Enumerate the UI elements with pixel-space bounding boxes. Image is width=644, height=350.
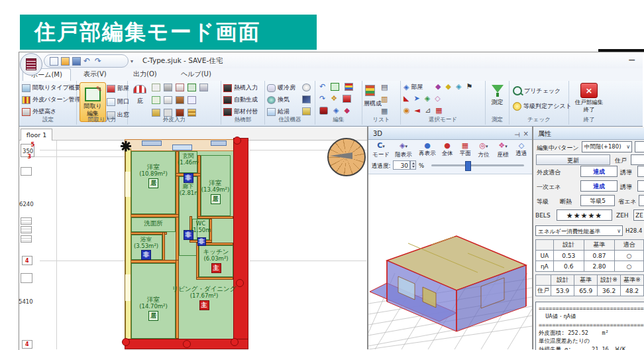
margin-box-red4b[interactable]: 4 bbox=[22, 340, 32, 349]
select-mode-icon-5[interactable]: ◣ bbox=[403, 95, 409, 103]
envelope-induce-field[interactable] bbox=[637, 166, 644, 177]
coordinates-button[interactable]: ❖▾ 座標 bbox=[494, 141, 511, 159]
swap-icon[interactable]: ◆ bbox=[344, 107, 349, 115]
update-button[interactable]: 更新 bbox=[536, 154, 610, 165]
envelope-icon-6[interactable] bbox=[152, 96, 160, 104]
primary-induce-field[interactable] bbox=[637, 180, 644, 192]
floor-plan-drawing[interactable]: 洋室(10.89m²) 居 玄関(1.46m²) 非 洋室(13.49m²) 居… bbox=[125, 142, 248, 349]
red-stack-icon[interactable] bbox=[343, 95, 351, 103]
select-mode-icon-1[interactable]: ◆ bbox=[435, 83, 441, 91]
mode-button[interactable]: C▾ モード bbox=[371, 141, 391, 159]
viewer-3d-viewport[interactable] bbox=[368, 174, 532, 349]
select-mode-icon-11[interactable]: ⊿ bbox=[425, 107, 431, 115]
selection-handle-bottom[interactable] bbox=[183, 340, 191, 348]
opacity-spinner[interactable] bbox=[410, 160, 416, 170]
pin-icon[interactable]: ⊤ bbox=[511, 132, 523, 138]
list-icon-1[interactable]: ▤ bbox=[381, 84, 388, 91]
envelope-icon-3[interactable] bbox=[176, 84, 184, 91]
close-panel-icon[interactable]: × bbox=[523, 128, 529, 140]
margin-box-3[interactable] bbox=[21, 226, 32, 233]
plan-view-button[interactable]: ▦ 平面 bbox=[457, 141, 473, 158]
margin-box-1[interactable] bbox=[21, 167, 32, 176]
zeh-field[interactable]: ZE bbox=[633, 209, 644, 221]
qat-dropdown-icon[interactable]: ▾ bbox=[131, 58, 133, 64]
exit-unit-edit-button[interactable]: × 住戸部編集 終了 bbox=[572, 83, 606, 113]
select-mode-icon-3[interactable]: ◈ bbox=[456, 83, 461, 91]
dim-box-350[interactable]: 350 5 3 bbox=[21, 144, 34, 157]
orientation-button[interactable]: ◎▾ 方位 bbox=[475, 141, 492, 159]
transparency-button[interactable]: ◇ 透過 bbox=[513, 141, 529, 158]
hot-water-button[interactable]: 給湯 bbox=[267, 107, 290, 116]
undo-icon[interactable]: ↶ bbox=[83, 57, 92, 66]
envelope-icon-8[interactable] bbox=[176, 96, 184, 104]
margin-box-red4a[interactable]: 4 bbox=[22, 256, 32, 265]
opening-button[interactable]: 開口 bbox=[107, 97, 129, 106]
envelope-icon-2[interactable] bbox=[164, 84, 172, 91]
select-mode-icon-8[interactable]: ◇ bbox=[435, 95, 440, 103]
tab-view[interactable]: 表示(V) bbox=[76, 68, 115, 80]
rotate-left-icon[interactable]: ↶ bbox=[319, 83, 325, 91]
selection-handle-bottom-right[interactable] bbox=[231, 338, 239, 346]
unit-field[interactable] bbox=[631, 154, 644, 165]
room-button[interactable]: 部屋 bbox=[107, 84, 129, 93]
grade-judge-assist-button[interactable]: 等級判定アシスト bbox=[513, 102, 572, 111]
new-file-icon[interactable] bbox=[50, 57, 58, 66]
tab-output[interactable]: 出力(O) bbox=[125, 68, 165, 80]
energy-saving-field[interactable] bbox=[639, 195, 644, 206]
edit-pattern-extra[interactable] bbox=[635, 141, 644, 152]
thermal-bridge-input-button[interactable]: 熱橋入力 bbox=[223, 84, 258, 92]
energy-standard-dropdown[interactable]: エネルギー消費性能基準∨ bbox=[535, 225, 623, 236]
selection-handle-bottom-left[interactable] bbox=[122, 338, 130, 346]
redraw-button[interactable]: ● 再表示 bbox=[417, 141, 437, 158]
fit-all-button[interactable]: ● 全体 bbox=[439, 141, 455, 158]
measure-button[interactable]: 測定 bbox=[486, 84, 509, 107]
equipment-other-button[interactable] bbox=[302, 107, 311, 115]
edit-pattern-dropdown[interactable]: 中間階(+180)∨ bbox=[582, 141, 632, 152]
lighting-button[interactable] bbox=[302, 84, 311, 91]
envelope-icon-5[interactable] bbox=[199, 84, 208, 91]
margin-box-2[interactable] bbox=[21, 217, 32, 225]
envelope-icon-1[interactable] bbox=[152, 84, 160, 91]
select-mode-icon-9[interactable]: ◉ bbox=[403, 107, 410, 115]
paint-icon[interactable]: ❖ bbox=[331, 95, 337, 103]
opacity-slider-handle[interactable] bbox=[465, 161, 471, 171]
auto-generate-button[interactable]: 自動生成 bbox=[223, 95, 258, 104]
plan-type-summary-button[interactable]: 間取りタイプ概要 bbox=[22, 84, 81, 92]
envelope-pattern-button[interactable]: 外皮パターン管理 bbox=[22, 95, 81, 104]
list-icon-3[interactable]: ▦ bbox=[381, 107, 388, 115]
heating-cooling-button[interactable]: 暖冷房 bbox=[267, 84, 295, 92]
envelope-icon-7[interactable] bbox=[164, 96, 172, 104]
select-mode-icon-4[interactable]: ⚑ bbox=[466, 83, 472, 91]
tab-help[interactable]: ヘルプ(U) bbox=[173, 68, 219, 80]
tab-floor1[interactable]: floor 1 bbox=[21, 129, 52, 141]
layer-stack-icon[interactable] bbox=[345, 83, 353, 91]
envelope-icon-9[interactable] bbox=[188, 96, 196, 104]
list-icon-2[interactable]: ▥ bbox=[381, 95, 388, 103]
select-mode-icon-10[interactable]: ◄ bbox=[415, 107, 420, 115]
layer-composition-button[interactable] bbox=[365, 85, 375, 96]
save-icon[interactable] bbox=[72, 57, 81, 66]
envelope-icon-4[interactable] bbox=[188, 84, 196, 91]
selection-corner-marker[interactable] bbox=[121, 141, 131, 151]
margin-box-4[interactable] bbox=[21, 235, 32, 243]
pre-check-button[interactable]: プリチェック bbox=[513, 86, 561, 95]
redo-icon[interactable]: ↷ bbox=[95, 57, 103, 66]
opacity-slider-track[interactable] bbox=[431, 164, 524, 166]
solar-panel-button[interactable] bbox=[302, 95, 311, 103]
select-room-button[interactable]: ◈ 部屋 bbox=[403, 83, 423, 91]
floor-display-button[interactable]: ◈▾ 階表示 bbox=[392, 141, 415, 159]
member-replace-button[interactable]: 部材付替 bbox=[223, 107, 258, 116]
selection-handle-right[interactable] bbox=[236, 279, 244, 287]
move-icon[interactable]: ◈ bbox=[333, 107, 339, 115]
minimize-button[interactable]: − bbox=[628, 54, 636, 65]
margin-box-5[interactable] bbox=[21, 273, 32, 283]
book-icon[interactable] bbox=[319, 107, 328, 115]
ventilation-button[interactable]: 換気 bbox=[267, 95, 290, 104]
selection-handle-top-right[interactable] bbox=[233, 137, 241, 145]
select-mode-icon-2[interactable]: ◆ bbox=[445, 83, 451, 91]
awning-button[interactable] bbox=[133, 85, 146, 93]
select-mode-icon-7[interactable]: ◈ bbox=[425, 95, 430, 103]
app-menu-button[interactable] bbox=[20, 53, 42, 76]
spiral-staircase[interactable] bbox=[327, 138, 366, 176]
opacity-input[interactable]: 30 bbox=[393, 160, 410, 170]
